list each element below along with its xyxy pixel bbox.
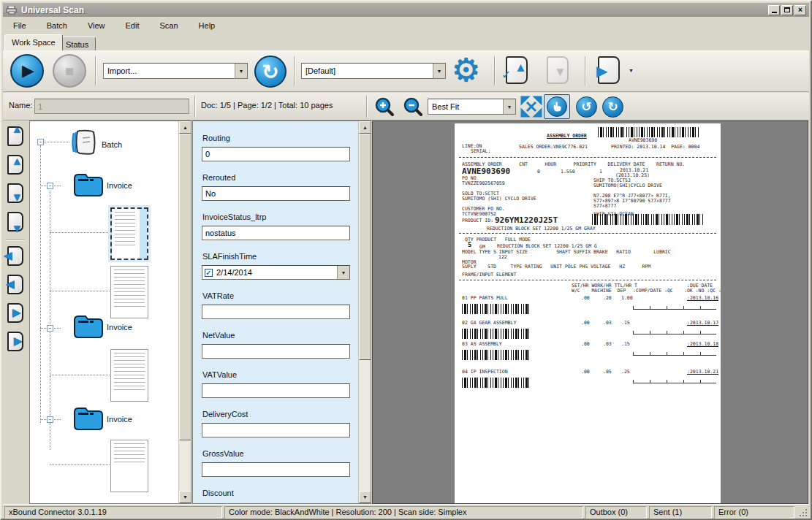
- scrollbar-thumb[interactable]: [179, 134, 191, 440]
- page-left-out-button[interactable]: ◀: [6, 245, 26, 268]
- pan-tool-button[interactable]: [544, 94, 570, 119]
- doc-down-last-button[interactable]: ▼: [6, 210, 26, 234]
- expander-invoice-1[interactable]: -: [47, 183, 53, 189]
- profile-combobox[interactable]: [Default] ▼: [301, 63, 446, 79]
- tree-node-batch[interactable]: Batch: [102, 140, 122, 149]
- op-ruler: [633, 380, 716, 383]
- tree-node-invoice-3[interactable]: Invoice: [107, 415, 132, 424]
- invoicestatus-input[interactable]: [202, 226, 350, 240]
- arrow-up-icon: ▲: [12, 123, 23, 135]
- batch-name-input[interactable]: [34, 99, 189, 114]
- rotate-left-button[interactable]: ↺: [576, 96, 597, 118]
- scroll-up-button[interactable]: ▲: [359, 121, 371, 134]
- page-thumbnail[interactable]: [110, 266, 148, 318]
- scan-source-combobox[interactable]: Import... ▼: [103, 63, 248, 79]
- maximize-button[interactable]: [781, 5, 793, 15]
- chevron-down-icon[interactable]: ▼: [503, 99, 515, 114]
- tree-connector: [50, 191, 50, 450]
- zoom-in-button[interactable]: [373, 96, 396, 118]
- field-label: VATValue: [202, 370, 237, 379]
- page-right-button[interactable]: ▶: [6, 302, 26, 325]
- stop-scan-button[interactable]: ■: [53, 54, 86, 88]
- tree-connector: [40, 145, 41, 423]
- checkin-batch-button[interactable]: ▲ ✓: [503, 55, 532, 87]
- batch-icon: [70, 129, 98, 156]
- tree-node-invoice-2[interactable]: Invoice: [107, 323, 132, 332]
- scroll-down-button[interactable]: ▼: [179, 491, 191, 503]
- form-scrollbar[interactable]: ▲ ▼: [358, 121, 371, 503]
- export-button[interactable]: ▶: [595, 55, 624, 87]
- menu-scan[interactable]: Scan: [150, 19, 189, 32]
- check-icon: ✓: [501, 68, 511, 82]
- doc-ops-head2: W/C MACHINE DEP: [572, 288, 626, 294]
- folder-icon: [72, 314, 103, 339]
- doc-model-row: MODEL TYPE S INPUT SIZE SHAFT SUFFIX BRA…: [462, 250, 671, 255]
- expander-invoice-3[interactable]: -: [47, 416, 53, 423]
- document-page: ASSEMBLY ORDER AVNE903690 LINE:ON SERIAL…: [455, 123, 721, 504]
- op-due: :2013.10.16: [687, 296, 718, 301]
- checkbox-checked-icon[interactable]: ✓: [205, 269, 213, 277]
- export-menu-arrow[interactable]: ▼: [629, 68, 634, 73]
- field-label: Discount: [202, 489, 234, 497]
- document-header-row: Name: Doc: 1/5 | Page: 1/2 | Total: 10 p…: [3, 93, 809, 121]
- menu-file[interactable]: File: [3, 19, 37, 32]
- folder-icon: [72, 406, 103, 431]
- page-thumbnail[interactable]: [110, 349, 148, 402]
- chevron-down-icon[interactable]: ▼: [433, 64, 445, 78]
- op-set: .00: [581, 342, 590, 347]
- app-window: Universal Scan × File Batch View Edit Sc…: [0, 0, 812, 520]
- minimize-button[interactable]: [768, 5, 780, 15]
- fit-page-button[interactable]: [520, 96, 542, 118]
- rotate-right-button[interactable]: ↻: [602, 96, 623, 118]
- expander-batch[interactable]: -: [37, 139, 44, 145]
- doc-up-first-button[interactable]: ▲: [6, 125, 26, 148]
- resize-grip[interactable]: [799, 508, 808, 517]
- slafinishtime-datepicker[interactable]: ✓ 2/14/2014 ▼: [202, 265, 350, 280]
- doc-title: ASSEMBLY ORDER: [547, 134, 587, 139]
- page-left-button[interactable]: ◀: [6, 273, 26, 297]
- expander-invoice-2[interactable]: -: [47, 325, 53, 332]
- scroll-up-button[interactable]: ▲: [179, 121, 191, 134]
- arrow-down-icon: ▼: [12, 222, 23, 234]
- deliverycost-input[interactable]: [202, 423, 350, 437]
- status-scan-info: Color mode: BlackAndWhite | Resolution: …: [224, 506, 583, 519]
- settings-button[interactable]: ⚙: [452, 53, 480, 88]
- rerouted-input[interactable]: [202, 186, 350, 201]
- menu-edit[interactable]: Edit: [115, 19, 150, 32]
- doc-address-3: S77+8777: [593, 204, 616, 209]
- close-button[interactable]: ×: [794, 5, 806, 15]
- op-name: 02 GA GEAR ASSEMBLY: [462, 321, 516, 326]
- scrollbar-thumb[interactable]: [359, 134, 371, 360]
- page-right-end-button[interactable]: ▶: [6, 330, 26, 353]
- routing-input[interactable]: [202, 147, 350, 161]
- hand-icon: [547, 96, 567, 117]
- doc-down-button[interactable]: ▼: [6, 182, 26, 205]
- page-thumbnail-selected[interactable]: [108, 205, 151, 262]
- refresh-button[interactable]: ↻: [254, 56, 287, 88]
- doc-product-desc: REDUCTION BLOCK SET 12200 1/25 GM GRAY: [487, 226, 596, 232]
- menu-view[interactable]: View: [77, 19, 115, 32]
- vatrate-input[interactable]: [202, 305, 350, 319]
- barcode: [598, 127, 699, 137]
- tree-scrollbar[interactable]: ▲ ▼: [178, 121, 191, 503]
- netvalue-input[interactable]: [202, 344, 350, 359]
- tree-node-invoice-1[interactable]: Invoice: [107, 181, 132, 190]
- menu-help[interactable]: Help: [189, 19, 226, 32]
- chevron-down-icon[interactable]: ▼: [337, 266, 349, 279]
- checkout-batch-button[interactable]: ▼: [544, 55, 573, 87]
- tab-workspace[interactable]: Work Space: [4, 34, 63, 50]
- menu-batch[interactable]: Batch: [37, 19, 77, 32]
- tab-status[interactable]: Status: [58, 37, 96, 50]
- close-icon: ×: [798, 7, 802, 14]
- scroll-down-button[interactable]: ▼: [359, 491, 371, 503]
- zoom-out-button[interactable]: [401, 96, 425, 118]
- barcode: [462, 350, 529, 360]
- page-thumbnail[interactable]: [110, 440, 148, 492]
- doc-up-button[interactable]: ▲: [6, 153, 26, 177]
- start-scan-button[interactable]: ▶: [10, 54, 44, 88]
- zoom-mode-combobox[interactable]: Best Fit ▼: [428, 99, 516, 115]
- document-preview-panel[interactable]: ASSEMBLY ORDER AVNE903690 LINE:ON SERIAL…: [372, 121, 808, 504]
- grossvalue-input[interactable]: [202, 462, 350, 477]
- chevron-down-icon[interactable]: ▼: [235, 64, 247, 78]
- vatvalue-input[interactable]: [202, 383, 350, 398]
